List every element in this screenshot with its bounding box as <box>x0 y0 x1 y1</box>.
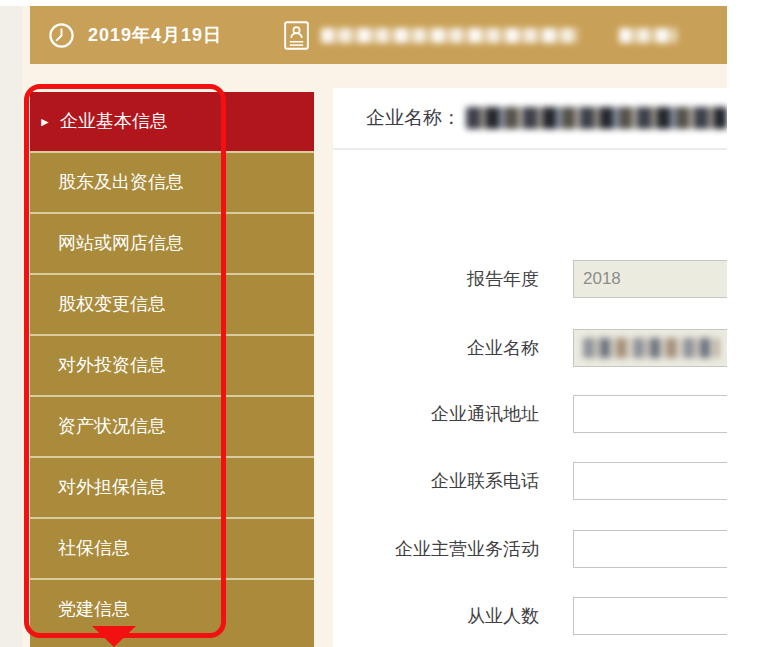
sidebar-item-social-security[interactable]: 社保信息 <box>30 519 314 578</box>
sidebar-menu: ► 企业基本信息 股东及出资信息 网站或网店信息 股权变更信息 对外投资信息 资… <box>30 92 314 647</box>
form-row-address: 企业通讯地址 <box>333 395 727 433</box>
address-label: 企业通讯地址 <box>333 395 539 433</box>
sidebar-item-party-building[interactable]: 党建信息 <box>30 580 314 647</box>
sidebar-item-basic-info[interactable]: ► 企业基本信息 <box>30 92 314 151</box>
form-row-phone: 企业联系电话 <box>333 462 727 500</box>
company-name-label: 企业名称： <box>366 105 461 131</box>
form-row-staff-count: 从业人数 <box>333 597 727 635</box>
left-margin-strip <box>0 6 22 647</box>
staff-count-label: 从业人数 <box>333 597 539 635</box>
company-name-field-label: 企业名称 <box>333 329 539 367</box>
basic-info-panel: 企业名称： 报告年度 企业名称 企业通讯地址 企业联系电话 <box>333 88 727 647</box>
company-name-input[interactable] <box>573 329 727 367</box>
redacted-company-name-value <box>466 107 727 129</box>
form-row-main-business: 企业主营业务活动 <box>333 530 727 568</box>
sidebar-item-outbound-investment[interactable]: 对外投资信息 <box>30 336 314 395</box>
report-year-input[interactable] <box>573 260 727 298</box>
form-row-report-year: 报告年度 <box>333 260 727 298</box>
sidebar-item-label: 企业基本信息 <box>60 92 168 151</box>
staff-count-input[interactable] <box>573 597 727 635</box>
redacted-company-name <box>321 28 579 43</box>
phone-input[interactable] <box>573 462 727 500</box>
report-year-label: 报告年度 <box>333 260 539 298</box>
address-input[interactable] <box>573 395 727 433</box>
basic-info-form: 报告年度 企业名称 企业通讯地址 企业联系电话 企业主营业务活动 <box>333 150 727 647</box>
active-arrow-icon: ► <box>39 115 51 129</box>
main-business-input[interactable] <box>573 530 727 568</box>
sidebar-item-guarantees[interactable]: 对外担保信息 <box>30 458 314 517</box>
phone-label: 企业联系电话 <box>333 462 539 500</box>
panel-header: 企业名称： <box>333 88 727 150</box>
sidebar-item-assets[interactable]: 资产状况信息 <box>30 397 314 456</box>
annual-report-app: 2019年4月19日 ► 企业基本信息 股东及出资信息 网站或网店信息 股权变更… <box>0 0 774 647</box>
form-row-company-name: 企业名称 <box>333 329 727 367</box>
id-badge-icon <box>284 21 309 50</box>
sidebar-item-shareholders[interactable]: 股东及出资信息 <box>30 153 314 212</box>
sidebar-item-website[interactable]: 网站或网店信息 <box>30 214 314 273</box>
main-business-label: 企业主营业务活动 <box>333 530 539 568</box>
top-header-bar: 2019年4月19日 <box>30 6 727 64</box>
current-date: 2019年4月19日 <box>88 23 222 47</box>
redacted-company-name-input-value <box>583 338 719 358</box>
sidebar-item-equity-change[interactable]: 股权变更信息 <box>30 275 314 334</box>
redacted-user-name[interactable] <box>619 28 677 43</box>
clock-icon <box>48 22 75 49</box>
